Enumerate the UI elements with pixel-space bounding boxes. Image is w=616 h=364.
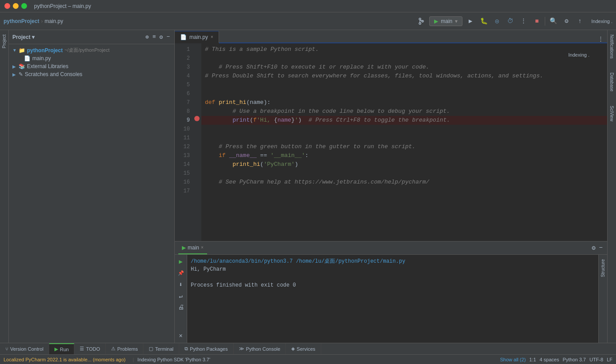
output-line-2: Hi, PyCharm	[191, 265, 595, 273]
todo-icon: ☰	[80, 346, 84, 352]
code-line-15	[201, 169, 607, 178]
svg-point-1	[419, 23, 421, 24]
settings-button[interactable]: ⚙	[561, 16, 572, 27]
maximize-button[interactable]	[21, 3, 27, 9]
tree-minimize-icon[interactable]: −	[166, 33, 171, 42]
bottom-tab-problems-label: Problems	[117, 346, 138, 352]
minimize-button[interactable]	[13, 3, 19, 9]
bottom-tab-problems[interactable]: ⚠ Problems	[106, 343, 143, 354]
bottom-tab-python-packages[interactable]: ⧉ Python Packages	[179, 343, 234, 354]
run-soft-wrap-button[interactable]: ↵	[176, 291, 186, 301]
tab-file-icon: 📄	[180, 34, 187, 40]
tree-item-root[interactable]: ▼ 📁 pythonProject ~/桌面/pythonProject	[9, 46, 174, 54]
tree-content: ▼ 📁 pythonProject ~/桌面/pythonProject 📄 m…	[9, 44, 174, 343]
bottom-tabs: ⑂ Version Control ▶ Run ☰ TODO ⚠ Problem…	[0, 343, 616, 354]
structure-tab[interactable]: Structure	[600, 257, 606, 280]
status-python[interactable]: Python 3.7	[562, 357, 586, 362]
close-button[interactable]	[4, 3, 10, 9]
services-icon: ◈	[291, 346, 295, 352]
title-bar: pythonProject – main.py	[0, 0, 616, 12]
rerun-button[interactable]: ▶	[176, 257, 186, 266]
run-panel-settings-icon[interactable]: ⚙	[591, 243, 596, 253]
python-packages-icon: ⧉	[185, 346, 188, 352]
file-name[interactable]: main.py	[45, 18, 63, 24]
run-config-label: main	[441, 18, 452, 24]
bottom-tab-services-label: Services	[296, 346, 315, 352]
toolbar-git-button[interactable]	[416, 16, 427, 27]
debug-button[interactable]: 🐛	[478, 16, 489, 27]
bottom-tab-python-packages-label: Python Packages	[190, 346, 228, 352]
bottom-tab-python-console-label: Python Console	[246, 346, 281, 352]
bottom-tab-run[interactable]: ▶ Run	[49, 343, 74, 354]
tab-label: main.py	[189, 34, 208, 40]
code-line-2	[201, 54, 607, 63]
file-icon: 📄	[24, 55, 31, 61]
sciview-tab[interactable]: SciView	[608, 103, 615, 124]
breakpoint-indicator[interactable]	[194, 116, 200, 121]
database-tab[interactable]: Database	[608, 70, 615, 94]
code-line-11	[201, 134, 607, 142]
git-push-button[interactable]: ↑	[574, 16, 585, 27]
bottom-tab-version-control[interactable]: ⑂ Version Control	[0, 343, 49, 354]
tab-close-button[interactable]: ×	[211, 34, 213, 39]
run-tab-main[interactable]: ▶ main ×	[178, 242, 207, 254]
run-close-button[interactable]: ×	[176, 331, 186, 341]
notifications-tab[interactable]: Notifications	[608, 32, 615, 61]
tab-more-button[interactable]: ⋮	[594, 35, 607, 42]
more-run-button[interactable]: ⋮	[518, 16, 529, 27]
stop-button[interactable]: ■	[531, 16, 542, 27]
bottom-tab-terminal[interactable]: ▢ Terminal	[143, 343, 179, 354]
tree-item-main-py[interactable]: 📄 main.py	[9, 54, 174, 62]
locate-file-icon[interactable]: ⊕	[145, 33, 150, 42]
status-lf[interactable]: LF	[607, 357, 612, 362]
status-indexing: Indexing Python SDK 'Python 3.7'	[138, 357, 210, 362]
bottom-tab-todo-label: TODO	[86, 346, 100, 352]
code-content[interactable]: # This is a sample Python script. # Pres…	[201, 43, 607, 241]
run-panel-header: ▶ main × ⚙ −	[175, 241, 607, 255]
tree-item-label: pythonProject	[27, 47, 63, 54]
tree-item-scratches[interactable]: ▶ ✎ Scratches and Consoles	[9, 70, 174, 78]
status-indexing-text: Indexing Python SDK 'Python 3.7'	[138, 357, 210, 362]
tree-settings-icon[interactable]: ⚙	[158, 33, 164, 42]
window-title: pythonProject – main.py	[34, 3, 91, 9]
run-tab-icon: ▶	[182, 245, 186, 251]
editor-tab-main-py[interactable]: 📄 main.py ×	[175, 31, 219, 43]
bottom-tab-terminal-label: Terminal	[155, 346, 173, 352]
run-config-button[interactable]: ▶ main ▾	[429, 16, 462, 26]
status-right: Show all (2) 1:1 4 spaces Python 3.7 UTF…	[500, 357, 612, 362]
tab-bar: 📄 main.py × ⋮	[175, 30, 607, 43]
status-position[interactable]: 1:1	[529, 357, 536, 362]
run-pin-button[interactable]: 📌	[176, 268, 186, 278]
run-left-toolbar: ▶ 📌 ⬇ ↵ 🖨 ×	[175, 255, 187, 343]
run-scroll-end-button[interactable]: ⬇	[176, 280, 186, 289]
bottom-tab-services[interactable]: ◈ Services	[286, 343, 321, 354]
status-update-message[interactable]: Localized PyCharm 2022.1 is available...…	[4, 357, 126, 362]
code-line-7: def print_hi(name):	[201, 98, 607, 107]
bottom-tab-python-console[interactable]: ≫ Python Console	[234, 343, 286, 354]
run-right-sidebar: Structure	[598, 255, 607, 343]
run-panel-close-icon[interactable]: −	[598, 243, 604, 253]
run-button[interactable]: ▶	[465, 16, 476, 27]
code-line-17	[201, 187, 607, 195]
project-name[interactable]: pythonProject	[4, 18, 39, 24]
status-spaces[interactable]: 4 spaces	[539, 357, 559, 362]
collapse-all-icon[interactable]: ≡	[152, 33, 157, 42]
line-numbers: 1 2 3 4 5 6 7 8 9 10 11 12 13 14 15 16 1	[175, 43, 192, 241]
profile-button[interactable]: ⏱	[505, 16, 516, 27]
code-line-3: # Press Shift+F10 to execute it or repla…	[201, 63, 607, 72]
indexing-overlay: Indexing .	[568, 52, 589, 57]
status-bar: Localized PyCharm 2022.1 is available...…	[0, 354, 616, 364]
tree-item-ext-libs[interactable]: ▶ 📚 External Libraries	[9, 62, 174, 70]
coverage-button[interactable]: ◎	[492, 16, 502, 27]
output-line-3	[191, 273, 595, 281]
status-encoding[interactable]: UTF-8	[589, 357, 603, 362]
folder-icon: 📁	[19, 47, 25, 54]
bottom-tab-todo[interactable]: ☰ TODO	[74, 343, 106, 354]
project-sidebar-tab[interactable]: Project	[1, 32, 8, 51]
file-tree-title: Project ▾	[12, 34, 143, 40]
run-print-button[interactable]: 🖨	[176, 303, 186, 312]
run-tab-close[interactable]: ×	[201, 245, 204, 250]
toolbar: pythonProject › main.py ▶ main ▾ ▶ 🐛 ◎ ⏱…	[0, 12, 616, 30]
search-button[interactable]: 🔍	[548, 16, 558, 27]
show-all-link[interactable]: Show all (2)	[500, 357, 526, 362]
